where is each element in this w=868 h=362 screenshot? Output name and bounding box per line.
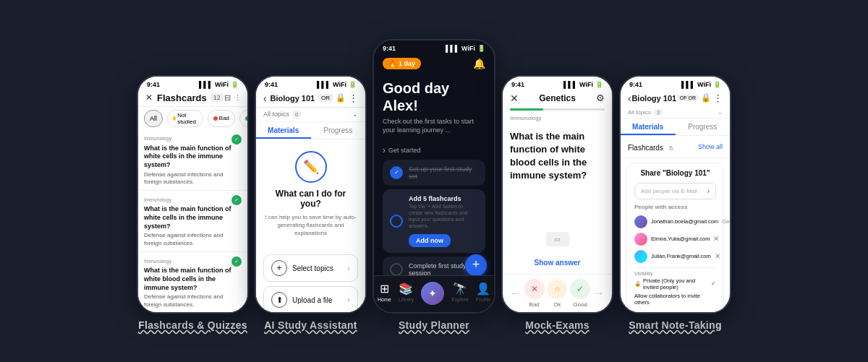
p4-time: 9:41	[511, 81, 524, 88]
allow-collab-text: Allow collaborators to invite others	[634, 293, 716, 306]
streak-badge: 🔥 1 day	[383, 58, 421, 69]
p5-wifi: WiFi	[697, 81, 711, 88]
p4-flashcard-icon: ▭	[546, 232, 569, 246]
p2-option-select-topics[interactable]: + Select topics ›	[263, 254, 358, 282]
p2-select-topics-label: Select topics	[292, 264, 333, 272]
p4-title: Genetics	[539, 93, 576, 103]
add-float-button[interactable]: +	[465, 254, 487, 276]
p2-option-upload[interactable]: ⬆ Upload a file ›	[263, 286, 358, 311]
p5-fc-count: 5	[669, 145, 673, 152]
p5-back-button[interactable]: ‹	[628, 92, 631, 104]
tab-progress[interactable]: Progress	[311, 122, 366, 139]
p1-close[interactable]: ✕	[145, 92, 153, 103]
share-email-input[interactable]: Add people via E-Mail ›	[634, 183, 716, 199]
p4-next-arrow[interactable]: →	[593, 287, 605, 300]
task2-text-block: Add 5 flashcards Tap the '+ Add' button …	[409, 195, 478, 247]
person1-email: Jonathan.boela@gmail.com	[651, 218, 718, 225]
people-label: People with access	[634, 204, 716, 210]
p2-more-icon[interactable]: ⋮	[349, 92, 358, 103]
task1-text-block: Set-up your first study set	[409, 165, 478, 180]
add-now-button[interactable]: Add now	[409, 234, 451, 247]
p1-signal: ▌▌▌	[199, 81, 213, 88]
person3-email: Julian.Frank@gmail.com	[651, 253, 711, 259]
nav-profile-label: Profile	[476, 297, 490, 302]
p1-cards-list: Immunology What is the main function of …	[138, 130, 247, 312]
phone2-container: 9:41 ▌▌▌ WiFi 🔋 ‹ Biology 101 OR 🔒 ⋮	[255, 75, 367, 331]
dot-red	[213, 116, 218, 121]
p2-lock-icon: 🔒	[336, 93, 346, 103]
p5-show-all-button[interactable]: Show all	[698, 143, 723, 150]
person-1: Jonathan.boela@gmail.com Owner	[634, 213, 716, 230]
visibility-row: Visibility 🔒 Private (Only you and invit…	[634, 267, 716, 309]
filter-ok[interactable]: Ok	[239, 110, 247, 127]
p4-status-right: ▌▌▌ WiFi 🔋	[563, 81, 603, 88]
p1-status-right: ▌▌▌ WiFi 🔋	[199, 81, 239, 88]
tasks-header[interactable]: Get started	[383, 145, 485, 155]
p1-filter-icon[interactable]: ⊟	[224, 93, 231, 103]
bell-icon[interactable]: 🔔	[473, 58, 485, 69]
visibility-option[interactable]: 🔒 Private (Only you and invited people) …	[634, 277, 716, 290]
p2-wifi: WiFi	[333, 81, 346, 88]
show-answer-button[interactable]: Show answer	[535, 259, 581, 267]
p2-battery: 🔋	[349, 81, 357, 88]
phone1-screen: 9:41 ▌▌▌ WiFi 🔋 ✕ Flashcards 12	[138, 77, 247, 312]
person1-avatar	[634, 215, 647, 228]
p4-actions: ← ✕ Bad ○ Ok ✓ Good →	[503, 274, 612, 312]
phone3-screen: 9:41 ▌▌▌ WiFi 🔋 🔥 1 day 🔔 Good day	[374, 40, 494, 312]
p2-options: + Select topics › ⬆ Upload a file ›	[256, 249, 365, 311]
p4-progress-fill	[510, 108, 543, 111]
nav-profile[interactable]: 👤 Profile	[476, 282, 490, 305]
nav-explore[interactable]: 🔭 Explore	[451, 282, 469, 305]
dot-yellow	[173, 116, 176, 121]
p4-prev-arrow[interactable]: ←	[510, 287, 522, 300]
phone4-screen: 9:41 ▌▌▌ WiFi 🔋 ✕ Genetics ⚙ Immunology	[503, 77, 612, 312]
p2-upload-label: Upload a file	[292, 296, 333, 304]
special-button[interactable]: ✦	[421, 282, 444, 305]
filter-all[interactable]: All	[144, 110, 163, 127]
p1-header-title-row: ✕ Flashcards 12	[145, 92, 224, 103]
phone3: 9:41 ▌▌▌ WiFi 🔋 🔥 1 day 🔔 Good day	[373, 39, 495, 314]
p5-tab-progress[interactable]: Progress	[676, 118, 731, 135]
phone1: 9:41 ▌▌▌ WiFi 🔋 ✕ Flashcards 12	[137, 75, 249, 314]
person3-avatar	[634, 250, 647, 263]
card1-topic-row: Immunology	[144, 134, 242, 145]
p5-signal: ▌▌▌	[681, 81, 695, 88]
card1-answer: Defense against infections and foreign s…	[144, 171, 242, 186]
filter-not-studied[interactable]: Not studied	[167, 110, 203, 127]
good-label: Good	[573, 301, 587, 308]
p5-more-icon[interactable]: ⋮	[713, 92, 723, 103]
action-ok[interactable]: ○ Ok	[547, 279, 567, 308]
phone3-container: 9:41 ▌▌▌ WiFi 🔋 🔥 1 day 🔔 Good day	[373, 39, 495, 331]
nav-home-label: Home	[378, 297, 391, 302]
ai-circle: ✏️	[295, 151, 327, 183]
ai-desc: I can help you to save time by auto-gene…	[265, 213, 357, 238]
p4-gear-icon[interactable]: ⚙	[596, 92, 605, 103]
share-placeholder: Add people via E-Mail	[641, 188, 697, 194]
nav-special[interactable]: ✦	[421, 282, 444, 305]
fire-icon: 🔥	[388, 60, 396, 67]
p3-nav: ⊞ Home 📚 Library ✦ 🔭 Explore	[374, 275, 494, 312]
filter-bad[interactable]: Bad	[208, 110, 235, 127]
p4-close-button[interactable]: ✕	[510, 92, 519, 104]
card2-question: What is the main function of white cells…	[144, 205, 242, 230]
person1-role: Owner	[722, 219, 730, 224]
p5-status-right: ▌▌▌ WiFi 🔋	[681, 81, 721, 88]
filter-all-label: All	[150, 115, 157, 122]
p3-status-bar: 9:41 ▌▌▌ WiFi 🔋	[374, 40, 494, 53]
tab-materials[interactable]: Materials	[256, 122, 311, 139]
nav-home[interactable]: ⊞ Home	[378, 282, 391, 305]
p1-more-icon[interactable]: ⋮	[234, 93, 242, 103]
greeting-subtitle: Check out the first tasks to start your …	[383, 117, 485, 135]
p5-share-box: Share "Biology 101" Add people via E-Mai…	[626, 163, 724, 312]
action-bad[interactable]: ✕ Bad	[524, 279, 545, 308]
p2-back-button[interactable]: ‹	[263, 92, 267, 104]
person2-remove-button[interactable]: ✕	[713, 235, 719, 243]
p5-tab-materials[interactable]: Materials	[621, 118, 676, 135]
phone1-container: 9:41 ▌▌▌ WiFi 🔋 ✕ Flashcards 12	[137, 75, 249, 331]
p2-option2-arrow: ›	[347, 295, 350, 305]
person3-remove-button[interactable]: ✕	[715, 252, 720, 260]
nav-library[interactable]: 📚 Library	[399, 282, 414, 305]
allow-collaborators-option[interactable]: Allow collaborators to invite others	[634, 293, 716, 306]
action-good[interactable]: ✓ Good	[570, 279, 590, 308]
p4-signal: ▌▌▌	[563, 81, 577, 88]
